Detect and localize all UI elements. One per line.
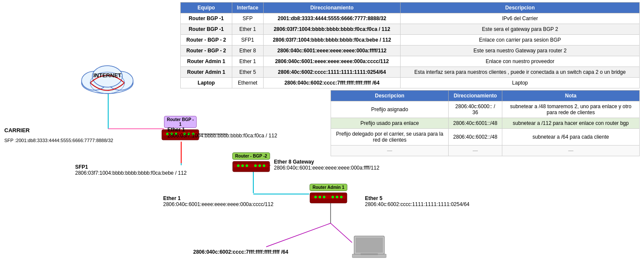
cell2-nota: subnetear a /64 para cada cliente [502,129,639,146]
laptop-svg [352,235,386,261]
col2-header-nota: Nota [502,91,639,101]
main-table-row: Router Admin 1Ether 12806:040c:6001:eeee… [181,56,640,67]
cell-interface: Ether 8 [232,46,263,56]
cell-interface: Ether 1 [232,56,263,67]
cell2-direccionamiento: 2806:40c:6001::/48 [449,118,502,129]
main-table-row: Router Admin 1Ether 52806:40c:6002:cccc:… [181,67,640,78]
second-table-row: ——— [331,146,640,156]
router-admin1-label: Router Admin 1 [310,184,347,191]
ether5-label-group: Ether 5 2806:40c:6002:cccc:1111:1111:111… [365,195,470,207]
cell-descripcion: Este sera el gateway para BGP 2 [401,24,640,35]
svg-line-11 [266,223,331,247]
svg-point-28 [241,164,244,167]
cell-direccionamiento: 2806:40c:6002:cccc:1111:1111:1111:0254/6… [263,67,401,78]
svg-point-29 [246,164,248,167]
col-header-direccionamiento: Direccionamiento [263,3,401,13]
ether1-bgp-addr: 2806:03f7:1004:bbbb:bbbb:bbbb:f0ca:f0ca … [167,133,277,139]
sfp1-addr: 2806:03f7:1004:bbbb:bbbb:bbbb:f0ca:bebe … [75,170,187,176]
cell-direccionamiento: 2806:03f7:1004:bbbb:bbbb:bbbb:f0ca:bebe … [263,35,401,46]
cell-interface: Ether 5 [232,67,263,78]
svg-point-27 [237,164,240,167]
cell-equipo: Router BGP -1 [181,13,232,24]
main-table-row: Router - BGP - 2SFP12806:03f7:1004:bbbb:… [181,35,640,46]
cell2-direccionamiento: 2806:40c:6000:: / 36 [449,101,502,118]
sfp1-label: SFP1 [75,164,187,170]
svg-point-37 [323,196,325,198]
router-bgp2-device [232,161,270,173]
ether8-label: Ether 8 Gateway [274,159,380,165]
cell-descripcion: Esta interfaz sera para nuestros cliente… [401,67,640,78]
cell-descripcion: Este sera nuestro Gateway para router 2 [401,46,640,56]
main-table-row: Router BGP -1SFP2001:db8:3333:4444:5555:… [181,13,640,24]
cell2-direccionamiento: — [449,146,502,156]
laptop [352,235,386,262]
cell2-nota: — [502,146,639,156]
main-table-row: Router - BGP - 2Ether 82806:040c:6001:ee… [181,46,640,56]
cell2-descripcion: Prefijo asignado [331,101,449,118]
svg-point-35 [314,196,317,198]
svg-point-30 [254,164,257,167]
sfp1-label-group: SFP1 2806:03f7:1004:bbbb:bbbb:bbbb:f0ca:… [75,164,187,176]
cell-direccionamiento: 2806:040c:6001:eeee:eeee:eeee:000a:cccc/… [263,56,401,67]
router-admin1: Router Admin 1 [309,184,348,204]
cell-equipo: Router BGP -1 [181,24,232,35]
cell2-descripcion: Prefijo usado para enlace [331,118,449,129]
carrier-label: CARRIER SFP :2001:db8:3333:4444:5555:666… [4,125,113,146]
main-table-wrapper: Equipo Interface Direccionamiento Descri… [180,2,640,88]
svg-point-31 [258,164,261,167]
svg-point-38 [331,196,334,198]
router-bgp2: Router - BGP -2 [232,152,270,173]
cell2-nota: subnetear a /48 tomaremos 2, uno para en… [502,101,639,118]
second-table-row: Prefijo delegado por el carrier, se usar… [331,129,640,146]
second-table-row: Prefijo usado para enlace2806:40c:6001::… [331,118,640,129]
cell2-direccionamiento: 2806:40c:6002::/48 [449,129,502,146]
cell-descripcion: Enlace con nuestro proveedor [401,56,640,67]
main-table-row: Router BGP -1Ether 12806:03f7:1004:bbbb:… [181,24,640,35]
cell-interface: SFP1 [232,35,263,46]
ether8-addr: 2806:040c:6001:eeee:eeee:eeee:000a:ffff/… [274,165,380,171]
ether1-bgp-label: Ether 1 [167,127,277,133]
cell2-descripcion: Prefijo delegado por el carrier, se usar… [331,129,449,146]
col-header-equipo: Equipo [181,3,232,13]
ether1-admin-label-group: Ether 1 2806:040c:6001:eeee:eeee:eeee:00… [163,195,273,207]
col-header-interface: Interface [232,3,263,13]
cell-interface: Ether 1 [232,24,263,35]
cell-equipo: Router Admin 1 [181,67,232,78]
cell-equipo: Router - BGP - 2 [181,46,232,56]
laptop-addr: 2806:040c:6002:cccc:7fff:ffff:ffff:ffff … [193,249,288,255]
ether5-label: Ether 5 [365,195,470,201]
cell-descripcion: IPv6 del Carrier [401,13,640,24]
ether8-label-group: Ether 8 Gateway 2806:040c:6001:eeee:eeee… [274,159,380,171]
cell2-descripcion: — [331,146,449,156]
ether5-addr: 2806:40c:6002:cccc:1111:1111:1111:0254/6… [365,201,470,207]
svg-point-39 [336,196,338,198]
cell-equipo: Laptop [181,78,232,88]
second-table: Descripcion Direccionamiento Nota Prefij… [331,90,640,156]
second-table-row: Prefijo asignado2806:40c:6000:: / 36subn… [331,101,640,118]
svg-point-40 [340,196,343,198]
router-bgp2-label: Router - BGP -2 [232,152,270,160]
ether1-admin-label: Ether 1 [163,195,273,201]
cell-descripcion: Enlace con carrier para sesion BGP [401,35,640,46]
cell-descripcion: Laptop [401,78,640,88]
ether1-bgp-label-group: Ether 1 2806:03f7:1004:bbbb:bbbb:bbbb:f0… [167,127,277,139]
ether1-admin-addr: 2806:040c:6001:eeee:eeee:eeee:000a:cccc/… [163,201,273,207]
col2-header-dir: Direccionamiento [449,91,502,101]
svg-line-10 [331,223,352,243]
cell-direccionamiento: 2806:040c:6001:eeee:eeee:eeee:000a:ffff/… [263,46,401,56]
svg-rect-42 [355,237,383,253]
main-table-row: LaptopEthernet2806:040c:6002:cccc:7fff:f… [181,78,640,88]
cell-direccionamiento: 2001:db8:3333:4444:5555:6666:7777:8888/3… [263,13,401,24]
internet-cloud: INTERNET [75,64,140,97]
svg-rect-44 [361,253,378,255]
cell-direccionamiento: 2806:040c:6002:cccc:7fff:ffff:ffff:ffff … [263,78,401,88]
main-table: Equipo Interface Direccionamiento Descri… [180,2,640,88]
router-admin1-device [309,192,348,204]
cell-direccionamiento: 2806:03f7:1004:bbbb:bbbb:bbbb:f0ca:f0ca … [263,24,401,35]
cell-equipo: Router Admin 1 [181,56,232,67]
cell-interface: SFP [232,13,263,24]
col2-header-desc: Descripcion [331,91,449,101]
svg-point-36 [319,196,321,198]
svg-point-32 [263,164,265,167]
cell2-nota: subnetear a /112 para hacer enlace con r… [502,118,639,129]
